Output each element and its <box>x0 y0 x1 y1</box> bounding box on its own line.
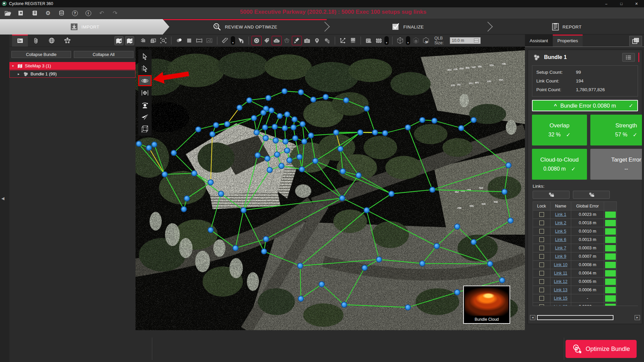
setup-node[interactable] <box>263 135 268 141</box>
selection-mode-button[interactable] <box>374 36 384 45</box>
selection-options-dropdown[interactable]: ▼ <box>384 36 389 45</box>
link-row[interactable]: Link 130.0006 m <box>533 286 617 294</box>
cloud-visibility-button[interactable] <box>174 36 184 45</box>
setup-node[interactable] <box>405 125 411 130</box>
select-tool-button[interactable] <box>138 51 152 62</box>
add-coordinate-button[interactable] <box>338 36 348 45</box>
setup-node[interactable] <box>237 105 242 110</box>
setup-node[interactable] <box>274 152 280 157</box>
panorama-view-button[interactable] <box>194 36 204 45</box>
setup-node[interactable] <box>279 163 284 169</box>
setup-node[interactable] <box>262 125 268 130</box>
setup-node[interactable] <box>298 263 303 268</box>
lock-checkbox[interactable] <box>539 221 544 225</box>
tree-item-sitemap[interactable]: ▾ SiteMap 3 (1) <box>9 62 136 70</box>
setup-node[interactable] <box>298 296 304 301</box>
setup-node[interactable] <box>208 180 213 185</box>
lock-checkbox[interactable] <box>539 288 544 292</box>
add-link-button[interactable] <box>292 36 302 45</box>
image-view-button[interactable] <box>204 36 214 45</box>
setup-node[interactable] <box>208 227 213 233</box>
setup-node[interactable] <box>224 121 230 127</box>
setup-node[interactable] <box>338 146 343 152</box>
setup-node[interactable] <box>233 245 238 251</box>
add-cloud-button[interactable] <box>272 36 282 45</box>
setup-node[interactable] <box>269 108 274 113</box>
link-name[interactable]: Link 13 <box>554 288 567 292</box>
setup-node[interactable] <box>184 196 190 201</box>
sitemap-tools-button[interactable] <box>364 36 374 45</box>
link-row[interactable]: Link 100.0008 m <box>533 261 617 269</box>
add-tag-button[interactable] <box>262 36 272 45</box>
link-row[interactable]: Link 90.0007 m <box>533 252 617 261</box>
fill-view-button[interactable] <box>184 36 194 45</box>
look-around-tool-button[interactable] <box>138 99 152 110</box>
bring-front-button[interactable] <box>148 36 158 45</box>
setup-node[interactable] <box>333 130 339 135</box>
registration-link-line[interactable] <box>422 263 490 264</box>
open-project-button[interactable] <box>2 8 13 18</box>
lock-checkbox[interactable] <box>539 271 544 276</box>
setup-node[interactable] <box>508 218 513 223</box>
limit-box-button[interactable] <box>395 36 405 45</box>
setup-node[interactable] <box>364 106 369 111</box>
maximize-button[interactable]: □ <box>614 0 629 7</box>
setup-node[interactable] <box>432 118 437 123</box>
constrained-move-tool-button[interactable] <box>138 87 152 98</box>
link-row[interactable]: Link 15- <box>533 294 617 303</box>
setup-node[interactable] <box>263 236 269 242</box>
lock-checkbox[interactable] <box>539 229 544 234</box>
link-row[interactable]: Link 10.0023 m <box>533 210 617 219</box>
setup-node[interactable] <box>284 112 290 117</box>
setup-node[interactable] <box>340 169 345 174</box>
setup-node[interactable] <box>292 135 298 141</box>
link-name[interactable]: Link 7 <box>555 246 566 250</box>
setup-node[interactable] <box>420 261 425 266</box>
tree-item-bundle[interactable]: ▸ Bundle 1 (99) <box>9 70 136 78</box>
setup-node[interactable] <box>499 278 505 283</box>
lock-checkbox[interactable] <box>539 237 544 242</box>
lock-checkbox[interactable] <box>539 262 544 267</box>
caret-down-icon[interactable]: ▾ <box>12 64 15 68</box>
sidebar-tab-geotags[interactable] <box>44 35 59 47</box>
setup-node[interactable] <box>389 191 394 196</box>
add-image-button[interactable] <box>302 36 312 45</box>
visual-alignment-button[interactable] <box>282 36 292 45</box>
tab-finalize[interactable]: FINALIZE <box>326 19 489 35</box>
setup-node[interactable] <box>430 187 435 192</box>
link-name[interactable]: Link 2 <box>555 221 566 225</box>
setup-node[interactable] <box>261 110 266 115</box>
lock-checkbox[interactable] <box>539 246 544 250</box>
lock-links-button[interactable] <box>533 191 570 199</box>
setup-node[interactable] <box>358 130 363 135</box>
caret-right-icon[interactable]: ▸ <box>18 72 21 76</box>
send-back-button[interactable] <box>138 36 148 45</box>
link-name[interactable]: Link 5 <box>555 229 566 234</box>
setups-menu-button[interactable] <box>322 36 332 45</box>
setup-node[interactable] <box>265 156 270 161</box>
tab-properties[interactable]: Properties <box>553 35 583 47</box>
lock-checkbox[interactable] <box>539 296 544 301</box>
link-row[interactable]: Link 60.0013 m <box>533 236 617 244</box>
sidebar-tab-network[interactable] <box>59 35 75 47</box>
setup-node[interactable] <box>196 127 201 132</box>
link-name[interactable]: Link 15 <box>554 296 567 301</box>
setup-node[interactable] <box>213 122 219 128</box>
add-target-button[interactable] <box>252 36 262 45</box>
delete-project-button[interactable] <box>15 8 27 18</box>
setup-node[interactable] <box>152 142 157 147</box>
setup-node[interactable] <box>308 133 314 138</box>
setup-node[interactable] <box>273 138 278 143</box>
link-row[interactable]: Link 110.0004 m <box>533 269 617 278</box>
close-button[interactable]: ✕ <box>629 0 644 7</box>
optimize-bundle-button[interactable]: Optimize Bundle <box>566 340 637 358</box>
qlb-size-slider[interactable]: 10.0 m <box>450 37 481 44</box>
setup-node[interactable] <box>319 282 324 287</box>
setup-node[interactable] <box>277 113 282 119</box>
setup-node[interactable] <box>272 124 277 129</box>
tab-review-and-optimize[interactable]: REVIEW AND OPTIMIZE <box>163 19 327 35</box>
setup-node[interactable] <box>292 117 297 122</box>
link-name[interactable]: Link 1 <box>555 212 566 217</box>
viewport-3d[interactable]: Bundle Cloud <box>136 47 525 330</box>
setup-node[interactable] <box>343 98 349 103</box>
